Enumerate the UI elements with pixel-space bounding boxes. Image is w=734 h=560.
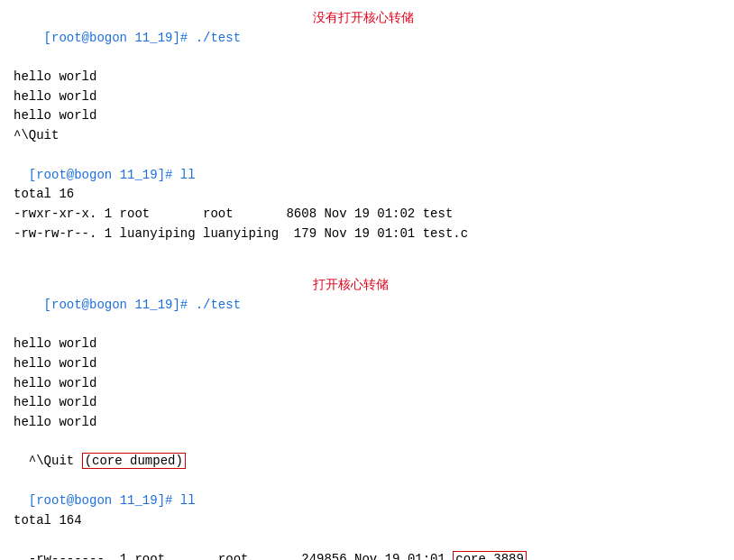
total-2: total 164 <box>14 511 720 531</box>
file-core-line: -rw-------. 1 root root 249856 Nov 19 01… <box>14 530 720 560</box>
file-core-pre: -rw-------. 1 root root 249856 Nov 19 01… <box>29 552 453 560</box>
file-test-1: -rwxr-xr-x. 1 root root 8608 Nov 19 01:0… <box>14 205 720 225</box>
hello-world-s2-1: hello world <box>14 335 720 354</box>
hello-world-s2-4: hello world <box>14 393 720 413</box>
hello-world-1: hello world <box>14 68 720 87</box>
core-file-badge: core.3889 <box>453 551 527 560</box>
annotation-no-core: 没有打开核心转储 <box>313 10 414 26</box>
file-testc-1: -rw-rw-r--. 1 luanyiping luanyiping 179 … <box>14 225 720 244</box>
cmd-ll-1: [root@bogon 11_19]# ll <box>14 146 720 185</box>
cmd-line-2: [root@bogon 11_19]# ./test <box>14 276 241 335</box>
annotation-with-core: 打开核心转储 <box>313 277 389 293</box>
hello-world-s2-3: hello world <box>14 374 720 394</box>
cmd-ll-2: [root@bogon 11_19]# ll <box>14 472 720 510</box>
core-dumped-badge: (core dumped) <box>82 453 186 469</box>
cmd-text-2: [root@bogon 11_19]# ./test <box>44 298 241 312</box>
quit-line-1: ^\Quit <box>14 126 720 146</box>
cmd-text-1: [root@bogon 11_19]# ./test <box>44 31 241 45</box>
quit-core-line: ^\Quit (core dumped) <box>14 433 720 472</box>
cmd-ll-text-1: [root@bogon 11_19]# ll <box>29 168 196 182</box>
hello-world-s2-2: hello world <box>14 354 720 374</box>
hello-world-2: hello world <box>14 87 720 107</box>
quit-prefix: ^\Quit <box>29 454 82 468</box>
total-1: total 16 <box>14 185 720 205</box>
cmd-ll-text-2: [root@bogon 11_19]# ll <box>29 493 196 508</box>
hello-world-s2-5: hello world <box>14 413 720 433</box>
hello-world-3: hello world <box>14 106 720 126</box>
cmd-line-1: [root@bogon 11_19]# ./test <box>14 9 241 68</box>
